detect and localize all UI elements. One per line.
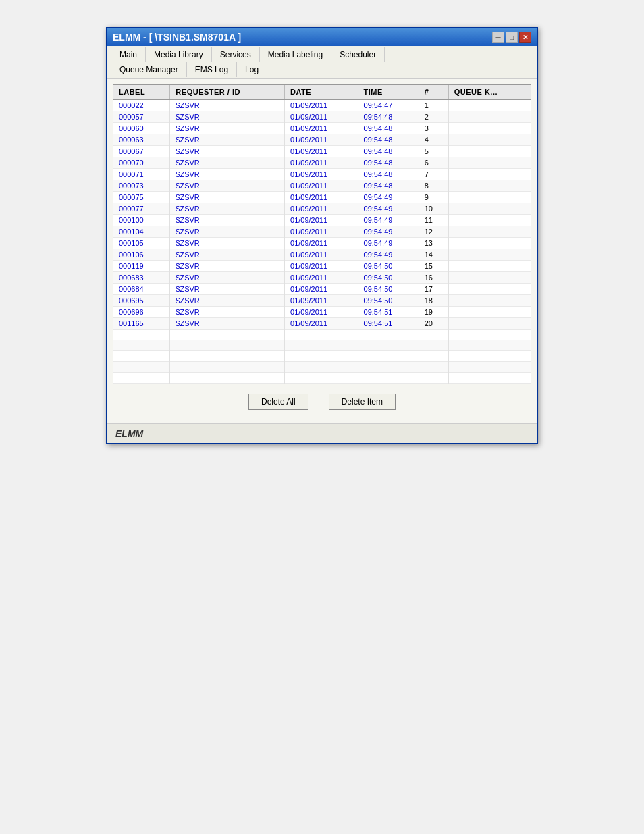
delete-all-button[interactable]: Delete All [248, 394, 308, 410]
empty-cell [113, 373, 170, 384]
menu-media-labeling[interactable]: Media Labeling [260, 47, 331, 62]
table-cell: 01/09/2011 [285, 99, 358, 111]
table-cell: 01/09/2011 [285, 192, 358, 203]
table-cell: 12 [419, 226, 448, 238]
table-row[interactable]: 000022$ZSVR01/09/201109:54:471 [113, 99, 531, 111]
title-bar: ELMM - [ \TSINB1.SM8701A ] ─ □ ✕ [107, 28, 537, 46]
empty-cell [285, 373, 358, 384]
table-cell: 000063 [113, 134, 170, 146]
table-cell: 000022 [113, 99, 170, 111]
queue-table: LABEL REQUESTER / ID DATE TIME # QUEUE K… [113, 85, 531, 384]
empty-cell [170, 340, 285, 351]
window-controls: ─ □ ✕ [492, 32, 531, 43]
table-row[interactable]: 000106$ZSVR01/09/201109:54:4914 [113, 249, 531, 261]
table-cell: 13 [419, 238, 448, 249]
table-row[interactable]: 000696$ZSVR01/09/201109:54:5119 [113, 307, 531, 318]
table-cell [448, 238, 531, 249]
table-row[interactable]: 000070$ZSVR01/09/201109:54:486 [113, 157, 531, 169]
table-row[interactable]: 000075$ZSVR01/09/201109:54:499 [113, 192, 531, 203]
table-cell: $ZSVR [170, 169, 285, 180]
table-row[interactable]: 000063$ZSVR01/09/201109:54:484 [113, 134, 531, 146]
delete-item-button[interactable]: Delete Item [329, 394, 396, 410]
table-row[interactable]: 000060$ZSVR01/09/201109:54:483 [113, 123, 531, 134]
empty-row [113, 351, 531, 362]
table-row[interactable]: 000067$ZSVR01/09/201109:54:485 [113, 146, 531, 157]
empty-cell [285, 330, 358, 340]
window-title: ELMM - [ \TSINB1.SM8701A ] [113, 32, 241, 43]
empty-cell [170, 373, 285, 384]
table-row[interactable]: 000077$ZSVR01/09/201109:54:4910 [113, 203, 531, 215]
menu-media-library[interactable]: Media Library [146, 47, 212, 62]
empty-row [113, 373, 531, 384]
table-row[interactable]: 001165$ZSVR01/09/201109:54:5120 [113, 318, 531, 330]
table-cell [448, 226, 531, 238]
table-row[interactable]: 000100$ZSVR01/09/201109:54:4911 [113, 215, 531, 226]
table-row[interactable]: 000105$ZSVR01/09/201109:54:4913 [113, 238, 531, 249]
table-cell: 000077 [113, 203, 170, 215]
table-cell: 09:54:48 [358, 134, 419, 146]
table-cell [448, 169, 531, 180]
table-cell: 09:54:48 [358, 123, 419, 134]
table-cell: 09:54:51 [358, 307, 419, 318]
table-cell: $ZSVR [170, 192, 285, 203]
table-row[interactable]: 000073$ZSVR01/09/201109:54:488 [113, 180, 531, 192]
table-cell: 09:54:50 [358, 284, 419, 295]
close-button[interactable]: ✕ [519, 32, 531, 43]
table-cell [448, 111, 531, 123]
maximize-button[interactable]: □ [506, 32, 518, 43]
table-cell: $ZSVR [170, 295, 285, 307]
status-bar: ELMM [107, 423, 537, 443]
menu-ems-log[interactable]: EMS Log [187, 62, 237, 77]
empty-cell [113, 351, 170, 362]
table-cell: 09:54:48 [358, 180, 419, 192]
table-cell [448, 123, 531, 134]
empty-cell [170, 351, 285, 362]
table-cell [448, 307, 531, 318]
table-cell: 000057 [113, 111, 170, 123]
table-cell [448, 134, 531, 146]
table-row[interactable]: 000057$ZSVR01/09/201109:54:482 [113, 111, 531, 123]
table-cell: 01/09/2011 [285, 169, 358, 180]
table-cell: 09:54:48 [358, 111, 419, 123]
col-label: LABEL [113, 85, 170, 99]
menu-main[interactable]: Main [111, 47, 146, 62]
table-cell: 09:54:49 [358, 203, 419, 215]
table-cell: 6 [419, 157, 448, 169]
table-cell: 14 [419, 249, 448, 261]
table-body: 000022$ZSVR01/09/201109:54:471000057$ZSV… [113, 99, 531, 384]
table-cell: 16 [419, 272, 448, 284]
empty-cell [358, 330, 419, 340]
menu-queue-manager[interactable]: Queue Manager [111, 62, 187, 77]
table-row[interactable]: 000684$ZSVR01/09/201109:54:5017 [113, 284, 531, 295]
empty-cell [419, 330, 448, 340]
table-cell: $ZSVR [170, 111, 285, 123]
table-cell: $ZSVR [170, 99, 285, 111]
empty-cell [358, 373, 419, 384]
empty-cell [419, 362, 448, 373]
table-cell: 5 [419, 146, 448, 157]
empty-cell [285, 340, 358, 351]
table-row[interactable]: 000695$ZSVR01/09/201109:54:5018 [113, 295, 531, 307]
menu-scheduler[interactable]: Scheduler [331, 47, 385, 62]
table-cell: 11 [419, 215, 448, 226]
table-cell: 000060 [113, 123, 170, 134]
empty-cell [170, 330, 285, 340]
table-cell: 000695 [113, 295, 170, 307]
minimize-button[interactable]: ─ [492, 32, 504, 43]
table-cell: 000696 [113, 307, 170, 318]
empty-cell [113, 340, 170, 351]
table-row[interactable]: 000683$ZSVR01/09/201109:54:5016 [113, 272, 531, 284]
table-cell: 09:54:50 [358, 261, 419, 272]
col-queue-k: QUEUE K... [448, 85, 531, 99]
table-row[interactable]: 000104$ZSVR01/09/201109:54:4912 [113, 226, 531, 238]
menu-log[interactable]: Log [237, 62, 267, 77]
table-cell: 09:54:49 [358, 192, 419, 203]
table-cell: 001165 [113, 318, 170, 330]
table-cell: 2 [419, 111, 448, 123]
table-row[interactable]: 000119$ZSVR01/09/201109:54:5015 [113, 261, 531, 272]
table-cell: 000073 [113, 180, 170, 192]
table-cell [448, 99, 531, 111]
menu-services[interactable]: Services [212, 47, 260, 62]
table-cell: 09:54:51 [358, 318, 419, 330]
table-row[interactable]: 000071$ZSVR01/09/201109:54:487 [113, 169, 531, 180]
